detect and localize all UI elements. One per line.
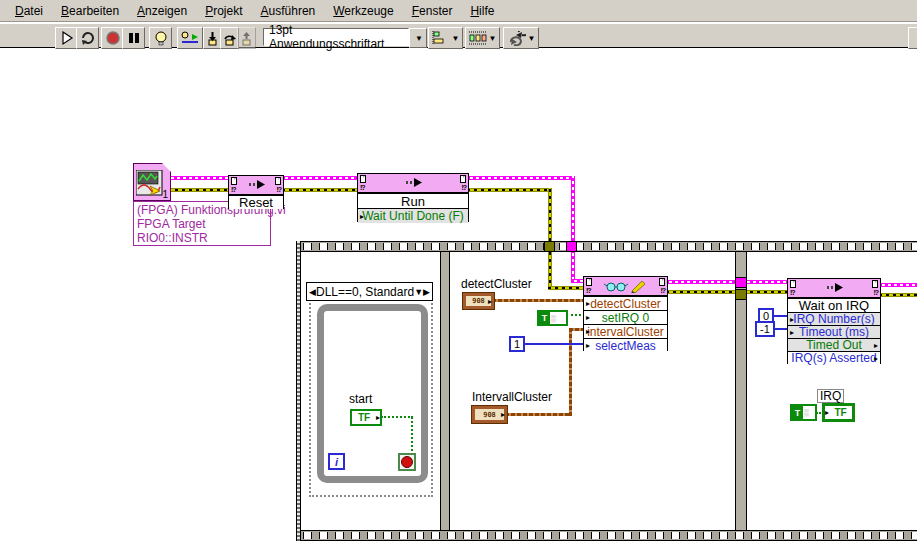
step-over-icon <box>223 31 236 46</box>
irq-label-text: IRQ <box>820 389 841 403</box>
read-write-glasses-pencil-icon <box>604 279 648 293</box>
cluster-wire-intervall <box>569 328 572 416</box>
align-objects-button[interactable]: ▼ <box>428 27 463 49</box>
distribute-objects-button[interactable]: ▼ <box>465 27 500 49</box>
error-out-icon: !? <box>660 287 665 294</box>
step-into-icon <box>206 31 219 46</box>
highlight-execution-button[interactable] <box>149 27 172 49</box>
irq-boolean-indicator[interactable]: ▸ TF <box>822 403 855 422</box>
chevron-down-icon: ▼ <box>489 34 497 43</box>
menu-projekt[interactable]: Projekt <box>196 2 251 20</box>
error-tunnel[interactable] <box>544 241 555 252</box>
labview-block-diagram-window: Datei Bearbeiten Anzeigen Projekt Ausfüh… <box>0 0 917 551</box>
intervall-cluster-terminal[interactable]: 908 ▸ <box>472 406 507 423</box>
retain-wire-values-button[interactable] <box>177 27 203 49</box>
start-boolean-control[interactable]: TF ▸ <box>350 409 382 426</box>
start-boolean-value: TF <box>352 412 376 423</box>
reference-tunnel[interactable] <box>735 277 747 288</box>
run-continuous-button[interactable] <box>76 27 99 49</box>
menu-anzeigen[interactable]: Anzeigen <box>128 2 196 20</box>
numeric-constant-value: 1 <box>514 338 520 350</box>
cluster-glyph: 908 <box>483 411 496 419</box>
boolean-wire-stop <box>411 417 413 455</box>
reset-invoke-node[interactable]: !? !? Reset <box>228 175 284 209</box>
case-prev-icon[interactable]: ◀ <box>309 287 316 297</box>
rw-row-setirq[interactable]: ▸ setIRQ 0 <box>584 310 667 324</box>
irq-true-constant[interactable]: T ▒ <box>790 404 817 421</box>
case-selector[interactable]: ◀ DLL==0, Standard ▼ ▶ <box>306 282 433 301</box>
case-next-icon[interactable]: ▶ <box>423 287 430 297</box>
font-selector[interactable]: 13pt Anwendungsschriftart <box>263 28 409 46</box>
output-arrow-icon: ▸ <box>501 410 505 419</box>
menu-datei[interactable]: Datei <box>6 2 52 20</box>
reference-out-icon <box>872 280 878 288</box>
true-constant[interactable]: T ▒ <box>537 310 568 326</box>
pause-button[interactable] <box>122 27 145 49</box>
lightbulb-icon <box>153 30 169 46</box>
folder-dog-ear <box>162 163 171 172</box>
open-fpga-vi-reference-node[interactable]: 1 <box>133 163 171 201</box>
invoke-method-icon <box>249 180 266 190</box>
detect-cluster-terminal[interactable]: 908 ▸ <box>463 293 494 309</box>
numeric-constant-neg-one[interactable]: -1 <box>755 321 775 337</box>
wait-row-timeout[interactable]: ▸ Timeout (ms) <box>788 325 880 338</box>
reference-tunnel[interactable] <box>566 241 577 252</box>
error-in-icon: !? <box>790 289 795 296</box>
run-button[interactable] <box>55 27 78 49</box>
reorder-icon <box>507 31 526 46</box>
reference-in-icon <box>231 177 237 185</box>
run-arrow-icon <box>59 30 75 46</box>
step-out-button[interactable] <box>237 27 256 49</box>
chevron-down-icon: ▼ <box>415 34 423 43</box>
stop-sign-icon <box>401 456 413 468</box>
input-arrow-icon: ▸ <box>790 328 794 337</box>
error-in-icon: !? <box>231 186 236 193</box>
error-wire <box>168 188 230 192</box>
sequence-frame-divider <box>440 252 450 530</box>
error-tunnel[interactable] <box>735 289 747 300</box>
case-dropdown-icon[interactable]: ▼ <box>414 287 423 297</box>
iteration-terminal[interactable]: i <box>328 453 345 470</box>
menu-werkzeuge[interactable]: Werkzeuge <box>324 2 402 20</box>
rw-row-intervalcluster[interactable]: ▸ intervalCluster <box>584 324 667 338</box>
sequence-bottom-border <box>296 530 917 541</box>
distribute-objects-icon <box>469 31 487 45</box>
toolbar: 13pt Anwendungsschriftart ▼ ▼ ▼ ▼ <box>0 23 917 48</box>
wait-row-timed-out[interactable]: Timed Out ▸ <box>788 338 880 351</box>
input-arrow-icon: ▸ <box>360 212 364 221</box>
menu-fenster[interactable]: Fenster <box>403 2 462 20</box>
fpga-ref-wire <box>666 280 787 284</box>
loop-condition-terminal[interactable] <box>398 453 416 471</box>
wait-row-irq-asserted[interactable]: IRQ(s) Asserted ▸ <box>788 351 880 364</box>
start-label: start <box>349 392 372 406</box>
step-out-icon <box>240 31 253 46</box>
numeric-constant-value: -1 <box>760 323 770 335</box>
reorder-button[interactable]: ▼ <box>503 27 539 49</box>
menu-hilfe[interactable]: Hilfe <box>461 2 503 20</box>
read-write-control-node[interactable]: !? !? ▸ detectCluster ▸ setIRQ 0 ▸ inter… <box>583 276 668 351</box>
run-node-wait-row[interactable]: ▸ Wait Until Done (F) <box>358 208 468 223</box>
case-selector-label[interactable]: DLL==0, Standard <box>316 285 414 299</box>
true-constant-value: T <box>539 312 550 324</box>
run-invoke-node[interactable]: !? !? Run ▸ Wait Until Done (F) <box>357 173 469 222</box>
wait-on-irq-node[interactable]: !? !? Wait on IRQ ▸ IRQ Number(s) ▸ Time… <box>787 278 881 364</box>
wait-row-irq-number[interactable]: ▸ IRQ Number(s) <box>788 312 880 325</box>
menu-bearbeiten[interactable]: Bearbeiten <box>52 2 128 20</box>
rw-row-label: setIRQ 0 <box>602 311 649 325</box>
menu-ausfuehren[interactable]: Ausführen <box>252 2 325 20</box>
rw-row-label: detectCluster <box>590 297 661 311</box>
boolean-dither-glyph: ▒ <box>551 315 556 322</box>
wait-row-label: Timeout (ms) <box>799 325 869 339</box>
fpga-ref-wire <box>168 176 230 180</box>
rw-row-detectcluster[interactable]: ▸ detectCluster <box>584 296 667 310</box>
font-selector-dropdown-button[interactable]: ▼ <box>409 28 427 48</box>
input-arrow-icon: ▸ <box>586 327 590 336</box>
abort-button[interactable] <box>101 27 124 49</box>
sequence-top-border <box>296 241 917 252</box>
cluster-wire-intervall <box>505 413 571 416</box>
numeric-constant-one[interactable]: 1 <box>509 336 525 352</box>
output-arrow-icon: ▸ <box>874 341 878 350</box>
error-out-icon: !? <box>461 184 466 191</box>
rw-row-selectmeas[interactable]: ▸ selectMeas <box>584 338 667 352</box>
irq-label: IRQ <box>817 389 844 403</box>
